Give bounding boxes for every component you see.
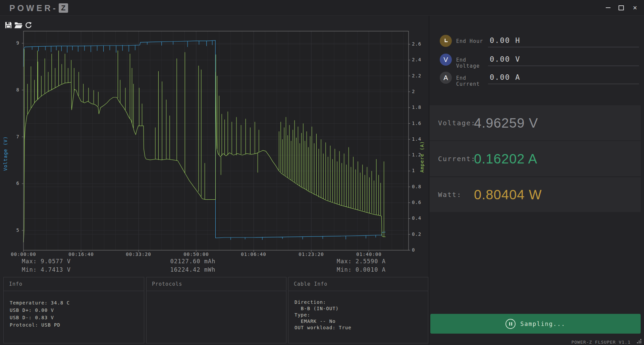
logo-z-badge: Z <box>59 3 68 13</box>
time-tick-label: 01:40:00 <box>353 252 385 257</box>
cable-info-line: OUT workload: True <box>294 325 428 331</box>
ampere-tick-label: 0.6 <box>412 200 429 205</box>
ampere-tick-label: 2 <box>412 89 429 94</box>
time-tick-label: 01:06:40 <box>237 252 270 257</box>
end-current-badge: A <box>440 72 452 84</box>
end-hour-badge <box>440 35 452 47</box>
end-voltage-label: End Voltage <box>456 57 490 69</box>
ampere-tick-label: 0.2 <box>412 231 429 237</box>
stat-energy-mwh: 16224.42 mWh <box>151 266 235 273</box>
watt-reading-label: Watt: <box>438 191 462 199</box>
time-tick-label: 00:16:40 <box>65 252 97 257</box>
ampere-axis-title: Ampere (A) <box>419 112 425 172</box>
ampere-tick-label: 2.4 <box>412 57 429 62</box>
stat-current-max: Max: 2.5590 A <box>319 258 386 265</box>
watt-reading-row: Watt: 0.80404 W <box>430 177 641 212</box>
logo-text: POWER- <box>9 3 58 13</box>
end-current-underline <box>488 84 639 84</box>
protocols-panel-title: Protocols <box>147 277 286 291</box>
cable-info-line: B-B (IN-OUT) <box>294 305 428 312</box>
close-icon: × <box>633 4 637 11</box>
info-line: Protocol: USB PD <box>10 321 144 329</box>
end-current-label: End Current <box>456 75 490 87</box>
info-line: Temperature: 34.8 C <box>10 299 144 306</box>
open-file-button[interactable] <box>14 21 23 29</box>
cable-info-panel-title: Cable Info <box>288 277 428 291</box>
watt-reading-value: 0.80404 W <box>474 187 542 202</box>
voltage-tick-label: 5 <box>5 227 19 233</box>
ampere-tick-label: 2.2 <box>412 73 429 78</box>
voltage-axis-title: Voltage (V) <box>3 111 8 171</box>
info-panel: Info Temperature: 34.8 C USB D+: 0.00 V … <box>3 277 144 343</box>
current-reading-label: Current: <box>438 155 476 163</box>
cable-info-panel: Cable Info Direction: B-B (IN-OUT) Type:… <box>288 277 428 343</box>
ampere-tick-label: 2.6 <box>412 41 429 47</box>
end-hour-label: End Hour <box>456 38 490 44</box>
save-button[interactable] <box>4 21 13 29</box>
app-logo: POWER- Z <box>9 3 68 13</box>
stat-voltage-max: Max: 9.0577 V <box>22 258 71 265</box>
chart-area: 987652.62.42.221.81.61.41.210.80.60.40.2… <box>21 29 411 252</box>
current-icon: A <box>443 74 448 82</box>
stat-current-min: Min: 0.0010 A <box>319 266 386 273</box>
info-panel-title: Info <box>4 277 144 291</box>
time-tick-label: 01:23:20 <box>295 252 327 257</box>
voltage-icon: V <box>443 56 448 64</box>
cable-info-line: Direction: <box>294 299 428 305</box>
current-reading-value: 0.16202 A <box>474 151 537 166</box>
current-reading-row: Current: 0.16202 A <box>430 141 641 176</box>
close-button[interactable]: × <box>630 3 640 13</box>
version-text: POWER-Z FLSUPER V1.1 <box>571 340 631 345</box>
minimize-icon <box>606 7 610 8</box>
info-line: USB D-: 0.83 V <box>10 314 144 321</box>
save-icon <box>5 21 12 29</box>
time-tick-label: 00:50:00 <box>180 252 212 257</box>
time-tick-label: 00:33:20 <box>122 252 155 257</box>
stat-voltage-min: Min: 4.7413 V <box>22 266 71 273</box>
voltage-reading-label: Voltage: <box>438 119 476 127</box>
panel-divider <box>429 16 429 345</box>
maximize-button[interactable] <box>616 3 627 13</box>
end-current-field[interactable]: 0.00 A <box>490 73 520 81</box>
ampere-tick-label: 0.4 <box>412 215 429 221</box>
voltage-tick-label: 8 <box>5 87 19 92</box>
minimize-button[interactable] <box>603 3 613 13</box>
refresh-icon <box>25 21 32 29</box>
resize-grip-icon[interactable] <box>640 342 641 343</box>
info-line: USB D+: 0.00 V <box>10 306 144 314</box>
voltage-tick-label: 6 <box>5 181 19 186</box>
refresh-button[interactable] <box>24 21 33 29</box>
end-voltage-underline <box>488 66 639 66</box>
title-bar: POWER- Z × <box>0 0 644 16</box>
pause-icon <box>505 319 516 329</box>
maximize-icon <box>619 5 624 10</box>
chart-canvas[interactable] <box>21 29 411 252</box>
cable-info-line: Type: <box>294 312 428 318</box>
ampere-tick-label: 0 <box>412 247 429 253</box>
sampling-button[interactable]: Sampling... <box>430 314 641 334</box>
open-folder-icon <box>14 21 22 29</box>
end-hour-underline <box>488 47 639 47</box>
ampere-tick-label: 0.8 <box>412 184 429 189</box>
stat-capacity-mah: 02127.60 mAh <box>151 258 235 265</box>
end-hour-field[interactable]: 0.00 H <box>490 36 520 45</box>
voltage-reading-value: 4.96259 V <box>474 115 538 130</box>
cable-info-line: EMARK -- No <box>294 318 428 325</box>
end-voltage-field[interactable]: 0.00 V <box>490 55 520 63</box>
voltage-tick-label: 9 <box>5 40 19 46</box>
sampling-button-label: Sampling... <box>520 321 566 327</box>
protocols-panel: Protocols <box>146 277 286 343</box>
clock-icon <box>443 38 449 44</box>
ampere-tick-label: 1.8 <box>412 105 429 110</box>
voltage-reading-row: Voltage: 4.96259 V <box>430 105 641 140</box>
end-voltage-badge: V <box>440 54 452 66</box>
time-tick-label: 00:00:00 <box>7 252 40 257</box>
